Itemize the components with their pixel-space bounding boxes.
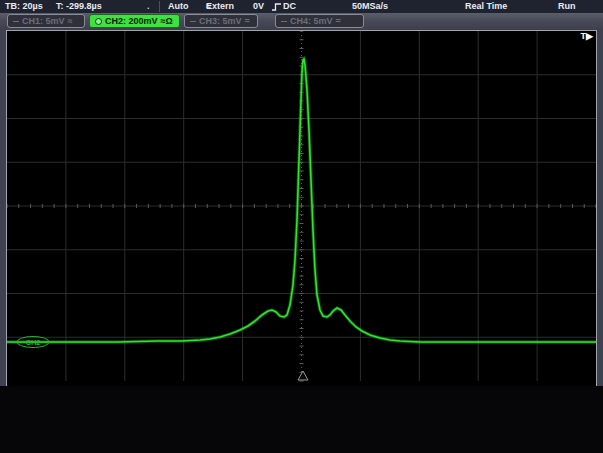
ch3-coupling-symbol: = xyxy=(245,16,250,26)
trigger-arrow-icon: ▶ xyxy=(586,31,593,41)
softkey-menu-area: Cursor Cursor Meas. Type Voltage & Time … xyxy=(0,386,603,453)
channel-row: CH1: 5mV ≈ CH2: 200mV ≈Ω CH3: 5mV = CH4:… xyxy=(0,13,603,30)
sample-rate: 50MSa/s xyxy=(352,0,388,13)
channel-button-ch4[interactable]: CH4: 5mV = xyxy=(275,14,364,28)
trigger-time-readout: T: -299.8µs xyxy=(56,0,102,13)
trigger-coupling-dc: DC xyxy=(283,0,296,13)
rising-edge-icon xyxy=(272,2,282,12)
ch4-coupling-symbol: = xyxy=(336,16,341,26)
acquisition-mode: Real Time xyxy=(465,0,507,13)
statusbar-divider xyxy=(159,1,160,12)
active-channel-icon xyxy=(95,18,102,25)
ch3-label: CH3: 5mV xyxy=(199,16,242,26)
waveform-display: CH2 T▶ xyxy=(6,30,597,390)
channel-button-ch2[interactable]: CH2: 200mV ≈Ω xyxy=(89,14,180,28)
status-bar: TB: 20µs T: -299.8µs . Auto Extern≈ 0V D… xyxy=(0,0,603,13)
ch1-coupling-symbol: ≈ xyxy=(68,16,73,26)
channel-button-ch1[interactable]: CH1: 5mV ≈ xyxy=(7,14,85,28)
trace-marker-icon xyxy=(190,21,196,22)
trigger-position-marker: T▶ xyxy=(581,31,593,42)
channel-button-ch3[interactable]: CH3: 5mV = xyxy=(184,14,258,28)
separator-dot: . xyxy=(147,0,150,13)
trace-marker-icon xyxy=(281,21,287,22)
run-state: Run xyxy=(558,0,576,13)
ch2-label: CH2: 200mV xyxy=(105,16,158,26)
svg-text:CH2: CH2 xyxy=(25,338,40,347)
ch2-coupling-symbol: ≈Ω xyxy=(161,16,173,26)
trigger-level: 0V xyxy=(253,0,264,13)
timebase-readout: TB: 20µs xyxy=(5,0,43,13)
oscilloscope-screen: TB: 20µs T: -299.8µs . Auto Extern≈ 0V D… xyxy=(0,0,603,453)
graticule-and-trace: CH2 xyxy=(7,31,596,389)
trigger-mode: Auto xyxy=(168,0,189,13)
ac-coupling-symbol: ≈ xyxy=(206,0,211,13)
trace-marker-icon xyxy=(13,21,19,22)
ch1-label: CH1: 5mV xyxy=(22,16,65,26)
ch4-label: CH4: 5mV xyxy=(290,16,333,26)
